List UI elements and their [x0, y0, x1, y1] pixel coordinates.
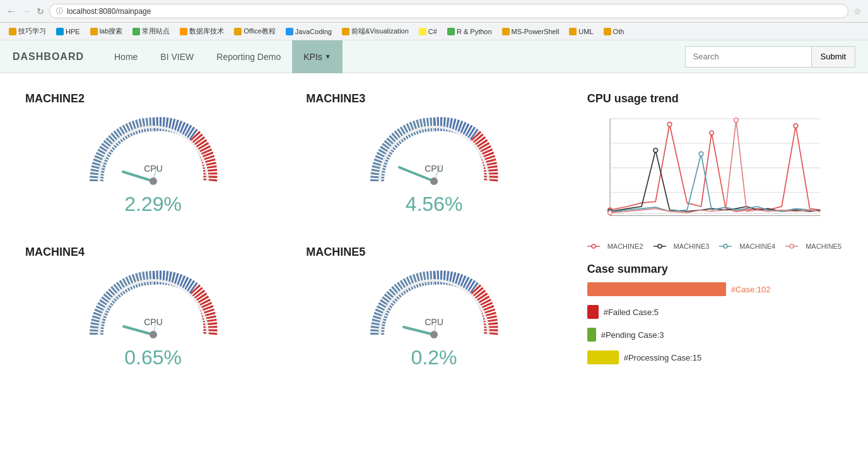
bookmark-item[interactable]: JavaCoding: [282, 27, 336, 37]
machine2-gauge: CPU: [84, 112, 223, 188]
case-row-failed: #Failed Case:5: [587, 305, 843, 319]
forward-icon[interactable]: →: [21, 6, 32, 17]
nav-links: Home BI VIEW Reporting Demo KPIs ▼: [103, 40, 685, 73]
machine4-gauge: CPU: [84, 265, 223, 341]
legend-machine4: MACHINE4: [719, 242, 775, 250]
machine4-value: 0.65%: [124, 346, 182, 369]
svg-point-2: [150, 177, 157, 185]
url-text: localhost:8080/mainpage: [67, 7, 151, 16]
refresh-icon[interactable]: ↻: [37, 6, 44, 16]
svg-point-28: [658, 244, 662, 248]
bookmark-item[interactable]: 常用站点: [129, 25, 173, 37]
machine3-gauge: CPU: [365, 112, 503, 188]
bookmark-item[interactable]: C#: [415, 27, 441, 37]
submit-button[interactable]: Submit: [811, 46, 855, 68]
machine2-card: MACHINE2 CPU 2.29%: [19, 86, 287, 227]
svg-point-23: [607, 211, 612, 215]
bookmarks-bar: 技巧学习 HPE lab搜索 常用站点 数据库技术 Office教程 JavaC…: [0, 23, 868, 40]
case-bar-processing: [587, 350, 619, 364]
svg-point-24: [734, 118, 738, 122]
svg-text:CPU: CPU: [144, 317, 163, 327]
case-bar-total: [587, 282, 726, 296]
case-row-total: #Case:102: [587, 282, 843, 296]
cpu-trend-section: CPU usage trend: [587, 92, 843, 250]
kpis-dropdown-icon: ▼: [325, 53, 331, 60]
case-summary-title: Case summary: [587, 263, 843, 276]
svg-line-37: [404, 327, 434, 335]
nav-biview[interactable]: BI VIEW: [149, 40, 205, 73]
svg-point-16: [667, 122, 672, 127]
bookmark-item[interactable]: 前端&Visualization: [338, 25, 413, 37]
machine3-title: MACHINE3: [306, 92, 365, 105]
bookmark-item[interactable]: 技巧学习: [5, 25, 50, 37]
nav-kpis[interactable]: KPIs ▼: [292, 40, 342, 73]
machine3-card: MACHINE3 CPU 4.56%: [300, 86, 568, 227]
bookmark-item[interactable]: HPE: [52, 27, 84, 37]
back-icon[interactable]: ←: [6, 6, 16, 17]
svg-point-30: [724, 244, 727, 248]
bookmark-star-icon[interactable]: ☆: [853, 6, 862, 16]
case-bar-pending: [587, 328, 596, 342]
search-input[interactable]: [685, 46, 811, 68]
bookmark-item[interactable]: R & Python: [443, 27, 496, 37]
browser-bar: ← → ↻ ⓘ localhost:8080/mainpage ☆: [0, 0, 868, 23]
search-area: Submit: [685, 46, 855, 68]
svg-point-35: [150, 331, 157, 338]
bookmark-item[interactable]: Oth: [600, 27, 628, 37]
svg-point-20: [654, 148, 658, 153]
brand-logo: DASHBOARD: [13, 51, 84, 63]
svg-point-6: [430, 177, 438, 185]
bookmark-item[interactable]: Office教程: [230, 25, 279, 37]
case-row-pending: #Pending Case:3: [587, 328, 843, 342]
machine5-gauge: CPU: [365, 265, 503, 341]
machine5-card: MACHINE5 CPU 0.2%: [300, 239, 568, 380]
main-content: MACHINE2 CPU 2.29% MACHI: [0, 73, 868, 392]
svg-point-32: [790, 244, 794, 248]
svg-text:CPU: CPU: [425, 164, 443, 174]
nav-home[interactable]: Home: [103, 40, 149, 73]
navbar: DASHBOARD Home BI VIEW Reporting Demo KP…: [0, 40, 868, 73]
svg-point-18: [794, 124, 798, 128]
case-row-processing: #Processing Case:15: [587, 350, 843, 364]
machine5-title: MACHINE5: [306, 246, 365, 259]
case-bar-failed: [587, 305, 599, 319]
machine2-title: MACHINE2: [25, 92, 85, 105]
svg-line-33: [124, 326, 153, 335]
svg-point-22: [699, 152, 703, 156]
cpu-trend-title: CPU usage trend: [587, 92, 843, 105]
legend-machine5: MACHINE5: [785, 242, 842, 250]
bookmark-item[interactable]: lab搜索: [86, 25, 127, 37]
bookmark-item[interactable]: UML: [565, 27, 597, 37]
bookmark-item[interactable]: MS-PowerShell: [498, 27, 563, 37]
case-label-total: #Case:102: [731, 285, 771, 294]
legend-machine2: MACHINE2: [587, 242, 643, 250]
svg-text:CPU: CPU: [144, 164, 163, 174]
case-label-processing: #Processing Case:15: [624, 353, 702, 362]
svg-point-39: [430, 331, 438, 338]
right-panel: CPU usage trend: [581, 86, 849, 379]
machine5-value: 0.2%: [411, 346, 457, 369]
lock-icon: ⓘ: [56, 6, 63, 16]
machine4-card: MACHINE4 CPU 0.65%: [19, 239, 287, 380]
cpu-trend-legend: MACHINE2 MACHINE3 MACHINE4 MACHINE5: [587, 242, 843, 250]
svg-point-17: [709, 131, 713, 135]
svg-text:CPU: CPU: [425, 317, 443, 327]
bookmark-item[interactable]: 数据库技术: [176, 25, 228, 37]
legend-machine3: MACHINE3: [654, 242, 710, 250]
machine2-value: 2.29%: [124, 193, 182, 216]
url-bar[interactable]: ⓘ localhost:8080/mainpage: [49, 4, 848, 18]
svg-point-26: [592, 244, 595, 248]
machine3-value: 4.56%: [406, 193, 463, 216]
nav-reporting-demo[interactable]: Reporting Demo: [205, 40, 292, 73]
cpu-trend-chart: [587, 112, 843, 238]
case-summary-section: Case summary #Case:102 #Failed Case:5 #P…: [587, 263, 843, 373]
case-label-pending: #Pending Case:3: [601, 330, 664, 340]
machine4-title: MACHINE4: [25, 246, 85, 259]
case-label-failed: #Failed Case:5: [604, 308, 659, 317]
